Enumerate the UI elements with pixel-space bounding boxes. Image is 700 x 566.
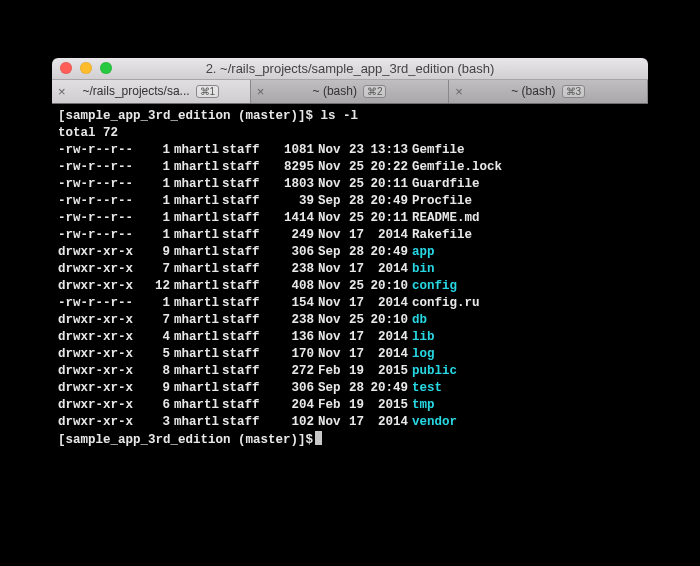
file-config.ru: config.ru [408, 296, 480, 310]
terminal-line: drwxr-xr-x5mhartlstaff170Nov172014log [58, 346, 642, 363]
close-window-button[interactable] [60, 62, 72, 74]
terminal-line: -rw-r--r--1mhartlstaff39Sep2820:49Procfi… [58, 193, 642, 210]
tab-label: ~ (bash) [313, 84, 357, 98]
terminal-line: [sample_app_3rd_edition (master)]$ [58, 431, 642, 449]
terminal-line: -rw-r--r--1mhartlstaff1081Nov2313:13Gemf… [58, 142, 642, 159]
terminal-content[interactable]: [sample_app_3rd_edition (master)]$ ls -l… [52, 104, 648, 509]
terminal-line: -rw-r--r--1mhartlstaff8295Nov2520:22Gemf… [58, 159, 642, 176]
terminal-line: drwxr-xr-x3mhartlstaff102Nov172014vendor [58, 414, 642, 431]
file-Rakefile: Rakefile [408, 228, 472, 242]
tab-shortcut: ⌘2 [363, 85, 387, 98]
file-public: public [408, 364, 457, 378]
file-test: test [408, 381, 442, 395]
terminal-line: drwxr-xr-x4mhartlstaff136Nov172014lib [58, 329, 642, 346]
file-bin: bin [408, 262, 435, 276]
close-tab-icon[interactable]: × [257, 85, 265, 98]
terminal-line: [sample_app_3rd_edition (master)]$ ls -l [58, 108, 642, 125]
terminal-line: -rw-r--r--1mhartlstaff249Nov172014Rakefi… [58, 227, 642, 244]
terminal-line: drwxr-xr-x9mhartlstaff306Sep2820:49app [58, 244, 642, 261]
file-Procfile: Procfile [408, 194, 472, 208]
file-tmp: tmp [408, 398, 435, 412]
tab-label: ~/rails_projects/sa... [83, 84, 190, 98]
traffic-lights [52, 62, 112, 74]
file-log: log [408, 347, 435, 361]
terminal-line: -rw-r--r--1mhartlstaff1414Nov2520:11READ… [58, 210, 642, 227]
zoom-window-button[interactable] [100, 62, 112, 74]
tab-shortcut: ⌘1 [196, 85, 220, 98]
file-lib: lib [408, 330, 435, 344]
titlebar[interactable]: 2. ~/rails_projects/sample_app_3rd_editi… [52, 58, 648, 80]
terminal-line: total 72 [58, 125, 642, 142]
terminal-line: drwxr-xr-x12mhartlstaff408Nov2520:10conf… [58, 278, 642, 295]
file-Gemfile.lock: Gemfile.lock [408, 160, 502, 174]
file-vendor: vendor [408, 415, 457, 429]
tab-shortcut: ⌘3 [562, 85, 586, 98]
tab-2[interactable]: ×~ (bash)⌘3 [449, 80, 648, 103]
terminal-line: drwxr-xr-x9mhartlstaff306Sep2820:49test [58, 380, 642, 397]
tab-1[interactable]: ×~ (bash)⌘2 [251, 80, 450, 103]
close-tab-icon[interactable]: × [58, 85, 66, 98]
terminal-line: drwxr-xr-x7mhartlstaff238Nov2520:10db [58, 312, 642, 329]
prompt: [sample_app_3rd_edition (master)]$ [58, 433, 313, 447]
file-Gemfile: Gemfile [408, 143, 465, 157]
file-config: config [408, 279, 457, 293]
close-tab-icon[interactable]: × [455, 85, 463, 98]
prompt: [sample_app_3rd_edition (master)]$ [58, 109, 313, 123]
terminal-line: -rw-r--r--1mhartlstaff1803Nov2520:11Guar… [58, 176, 642, 193]
minimize-window-button[interactable] [80, 62, 92, 74]
file-db: db [408, 313, 427, 327]
tab-label: ~ (bash) [511, 84, 555, 98]
total-line: total 72 [58, 126, 118, 140]
terminal-line: drwxr-xr-x8mhartlstaff272Feb192015public [58, 363, 642, 380]
tab-bar: ×~/rails_projects/sa...⌘1×~ (bash)⌘2×~ (… [52, 80, 648, 104]
file-app: app [408, 245, 435, 259]
window-title: 2. ~/rails_projects/sample_app_3rd_editi… [52, 61, 648, 76]
cursor [315, 431, 322, 445]
terminal-line: -rw-r--r--1mhartlstaff154Nov172014config… [58, 295, 642, 312]
terminal-line: drwxr-xr-x6mhartlstaff204Feb192015tmp [58, 397, 642, 414]
file-Guardfile: Guardfile [408, 177, 480, 191]
terminal-line: drwxr-xr-x7mhartlstaff238Nov172014bin [58, 261, 642, 278]
command: ls -l [321, 109, 359, 123]
terminal-window: 2. ~/rails_projects/sample_app_3rd_editi… [52, 58, 648, 509]
file-README.md: README.md [408, 211, 480, 225]
tab-0[interactable]: ×~/rails_projects/sa...⌘1 [52, 80, 251, 103]
